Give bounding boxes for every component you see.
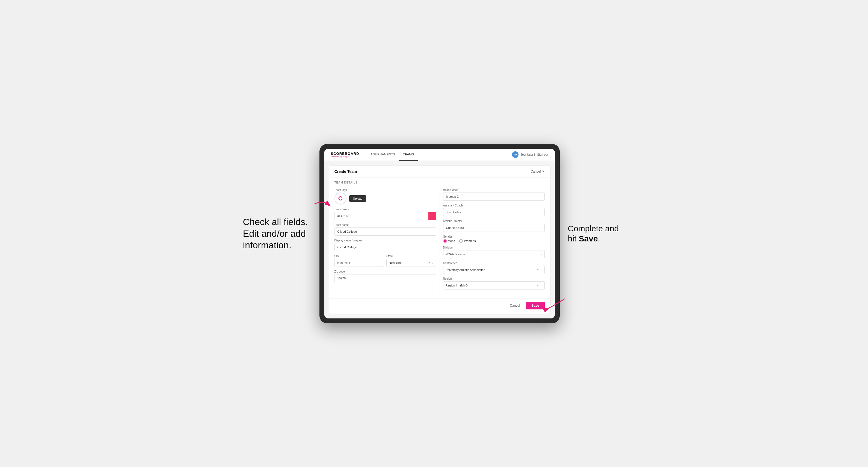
gender-womens-radio[interactable] <box>459 239 463 243</box>
brand-name: SCOREBOARD <box>331 152 359 156</box>
nav-links: TOURNAMENTS TEAMS <box>367 149 512 161</box>
region-arrows-icon: ⌄ <box>540 284 542 287</box>
city-label: City <box>335 254 384 257</box>
city-state-group: City State New York <box>335 254 436 267</box>
conference-select[interactable]: University Athletic Association ✕ ⌄ <box>443 266 545 274</box>
form-area: Team logo C Upload Team colo <box>329 186 550 295</box>
conference-value: University Athletic Association <box>445 268 537 272</box>
logo-area: C Upload <box>335 192 436 205</box>
color-row <box>335 212 436 220</box>
region-select[interactable]: Region II - (M) DIII ✕ ⌄ <box>443 281 545 289</box>
right-annotation: Complete and hit Save. <box>568 223 625 244</box>
form-right: Head Coach Assistant Coach Athletic Dire… <box>440 186 545 295</box>
nav-link-teams[interactable]: TEAMS <box>399 149 418 161</box>
cancel-button-top[interactable]: Cancel ✕ <box>530 169 545 174</box>
main-content: Create Team Cancel ✕ TEAM DETAILS <box>329 165 551 314</box>
division-controls: ⌄ <box>540 253 542 256</box>
team-name-group: Team name <box>335 223 436 236</box>
gender-label: Gender <box>443 235 545 238</box>
gender-womens-label[interactable]: Womens <box>459 239 476 243</box>
arrow-right-annotation <box>543 296 565 312</box>
tablet-device: SCOREBOARD Powered by clippd TOURNAMENTS… <box>319 144 560 323</box>
zip-input[interactable] <box>335 274 436 282</box>
head-coach-label: Head Coach <box>443 188 545 191</box>
division-arrows-icon: ⌄ <box>540 253 542 256</box>
left-annotation: Check all fields. Edit and/or add inform… <box>243 216 311 251</box>
city-group: City <box>335 254 384 267</box>
head-coach-input[interactable] <box>443 192 545 201</box>
city-input[interactable] <box>335 259 384 267</box>
region-value: Region II - (M) DIII <box>445 284 537 287</box>
nav-link-tournaments[interactable]: TOURNAMENTS <box>367 149 399 161</box>
conference-group: Conference University Athletic Associati… <box>443 261 545 274</box>
state-select-controls: ✕ ⌄ <box>428 261 434 264</box>
state-label: State <box>386 254 436 257</box>
sign-out-link[interactable]: Sign out <box>537 153 548 156</box>
athletic-director-group: Athletic Director <box>443 220 545 232</box>
brand-sub: Powered by clippd <box>331 156 359 158</box>
annotation-line3: information. <box>243 240 291 250</box>
assistant-coach-input[interactable] <box>443 208 545 216</box>
team-colour-input[interactable] <box>335 212 428 220</box>
display-name-label: Display name (unique) <box>335 239 436 242</box>
city-state-row: City State New York <box>335 254 436 267</box>
gender-group: Gender Mens Womens <box>443 235 545 243</box>
gender-row: Mens Womens <box>443 239 545 243</box>
page-header: Create Team Cancel ✕ <box>329 165 550 178</box>
team-logo-group: Team logo C Upload <box>335 188 436 205</box>
conference-label: Conference <box>443 261 545 264</box>
team-colour-group: Team colour <box>335 208 436 220</box>
page-title: Create Team <box>335 169 357 174</box>
region-group: Region Region II - (M) DIII ✕ ⌄ <box>443 277 545 289</box>
conference-clear-icon[interactable]: ✕ <box>537 269 539 271</box>
assistant-coach-label: Assistant Coach <box>443 204 545 207</box>
save-button[interactable]: Save <box>526 302 545 309</box>
athletic-director-label: Athletic Director <box>443 220 545 223</box>
arrow-left-annotation <box>314 197 334 211</box>
team-name-label: Team name <box>335 223 436 226</box>
form-footer: Cancel Save <box>329 298 550 309</box>
logo-circle: C <box>335 192 346 205</box>
state-select[interactable]: New York ✕ ⌄ <box>386 259 436 267</box>
state-arrow-icon: ⌄ <box>432 261 434 264</box>
close-icon: ✕ <box>542 169 545 174</box>
zip-label: Zip code <box>335 270 436 273</box>
brand-logo: SCOREBOARD Powered by clippd <box>331 152 359 158</box>
display-name-group: Display name (unique) <box>335 239 436 251</box>
conference-arrows-icon: ⌄ <box>540 269 542 271</box>
cancel-button-footer[interactable]: Cancel <box>506 302 524 309</box>
region-label: Region <box>443 277 545 280</box>
state-group: State New York ✕ ⌄ <box>386 254 436 267</box>
upload-button[interactable]: Upload <box>349 195 366 202</box>
annotation-right-line1: Complete and <box>568 224 619 233</box>
region-clear-icon[interactable]: ✕ <box>537 284 539 287</box>
division-select[interactable]: NCAA Division III ⌄ <box>443 250 545 258</box>
user-avatar: TU <box>512 151 519 158</box>
gender-mens-text: Mens <box>448 239 455 243</box>
display-name-input[interactable] <box>335 243 436 251</box>
gender-mens-radio[interactable] <box>443 239 447 243</box>
annotation-line1: Check all fields. <box>243 217 308 227</box>
user-label: Test User | <box>521 153 535 156</box>
gender-mens-label[interactable]: Mens <box>443 239 455 243</box>
navbar: SCOREBOARD Powered by clippd TOURNAMENTS… <box>324 149 555 161</box>
zip-group: Zip code <box>335 270 436 282</box>
gender-womens-text: Womens <box>464 239 476 243</box>
division-group: Division NCAA Division III ⌄ <box>443 246 545 258</box>
assistant-coach-group: Assistant Coach <box>443 204 545 216</box>
annotation-right-line2: hit <box>568 234 579 243</box>
team-name-input[interactable] <box>335 227 436 236</box>
annotation-right-bold: Save <box>579 234 598 243</box>
state-select-wrapper: New York ✕ ⌄ <box>386 259 436 267</box>
region-controls: ✕ ⌄ <box>537 284 542 287</box>
color-swatch[interactable] <box>428 212 436 220</box>
state-value: New York <box>389 261 428 264</box>
division-value: NCAA Division III <box>445 253 540 256</box>
section-label: TEAM DETAILS <box>329 178 550 186</box>
team-colour-label: Team colour <box>335 208 436 211</box>
state-clear-icon[interactable]: ✕ <box>428 261 431 264</box>
nav-right: TU Test User | Sign out <box>512 151 548 158</box>
division-label: Division <box>443 246 545 249</box>
athletic-director-input[interactable] <box>443 224 545 232</box>
team-logo-label: Team logo <box>335 188 436 191</box>
